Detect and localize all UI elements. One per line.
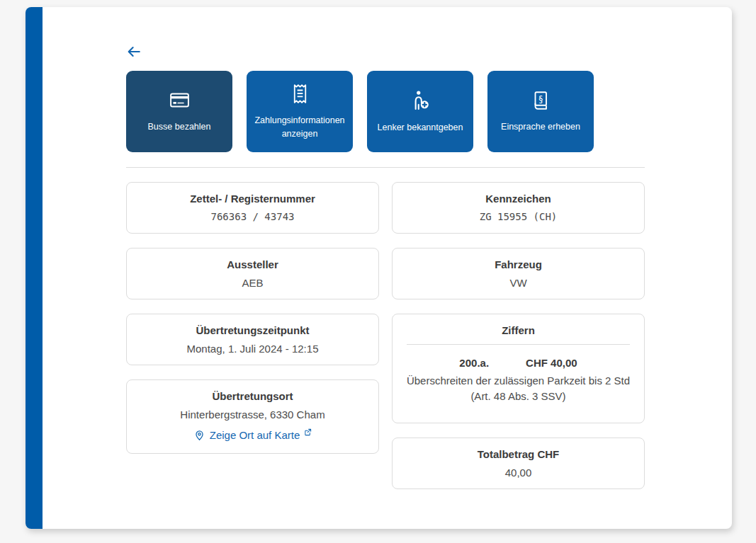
card-ziffern: Ziffern 200.a. CHF 40,00 Überschreiten d…	[392, 314, 645, 423]
card-value: 40,00	[400, 466, 637, 479]
show-on-map-label: Zeige Ort auf Karte	[210, 429, 300, 441]
credit-card-icon	[169, 89, 191, 111]
action-button-busse-bezahlen[interactable]: Busse bezahlen	[126, 71, 232, 152]
ziffern-code: 200.a.	[459, 357, 489, 369]
card-value: VW	[400, 276, 637, 290]
card-value: Hinterbergstrasse, 6330 Cham	[134, 408, 371, 421]
card-title: Ziffern	[400, 324, 637, 337]
ziffern-description-line1: Überschreiten der zulässigen Parkzeit bi…	[400, 373, 637, 389]
card-title: Übertretungszeitpunkt	[134, 324, 371, 337]
action-button-label: Lenker bekanntgeben	[378, 121, 463, 134]
left-accent-bar	[26, 7, 43, 529]
card-title: Fahrzeug	[400, 258, 637, 271]
content-column: Busse bezahlen Zahlungsinformationen anz…	[126, 44, 645, 489]
person-plus-icon	[409, 88, 432, 112]
action-button-lenker-bekanntgeben[interactable]: Lenker bekanntgeben	[367, 71, 473, 152]
action-button-zahlungsinformationen[interactable]: Zahlungsinformationen anzeigen	[247, 71, 353, 152]
law-book-icon: §	[530, 90, 551, 111]
ziffern-row: 200.a. CHF 40,00	[400, 357, 637, 369]
card-fahrzeug: Fahrzeug VW	[392, 248, 645, 299]
action-button-label: Einsprache erheben	[501, 120, 580, 133]
main-content: Busse bezahlen Zahlungsinformationen anz…	[43, 7, 732, 529]
receipt-icon	[289, 83, 311, 105]
card-value: AEB	[134, 276, 371, 290]
card-uebertretungsort: Übertretungsort Hinterbergstrasse, 6330 …	[126, 379, 379, 454]
card-zettel-registernummer: Zettel- / Registernummer 766363 / 43743	[126, 182, 379, 234]
ziffern-description-line2: (Art. 48 Abs. 3 SSV)	[400, 389, 637, 404]
external-link-icon	[304, 428, 312, 436]
ziffern-divider	[407, 344, 630, 345]
show-on-map-link[interactable]: Zeige Ort auf Karte	[193, 429, 312, 441]
svg-text:§: §	[538, 94, 543, 104]
details-left-column: Zettel- / Registernummer 766363 / 43743 …	[126, 182, 379, 489]
card-title: Kennzeichen	[400, 192, 637, 205]
details-right-column: Kennzeichen ZG 15955 (CH) Fahrzeug VW Zi…	[392, 182, 645, 489]
card-value: ZG 15955 (CH)	[400, 210, 637, 224]
location-pin-icon	[193, 429, 205, 441]
card-value: Montag, 1. Juli 2024 - 12:15	[134, 342, 371, 355]
details-grid: Zettel- / Registernummer 766363 / 43743 …	[126, 182, 645, 489]
card-value: 766363 / 43743	[134, 210, 371, 224]
page: { "nav": { "back_label": "back" }, "acti…	[0, 0, 756, 543]
action-button-label: Zahlungsinformationen anzeigen	[250, 114, 349, 139]
card-aussteller: Aussteller AEB	[126, 248, 379, 299]
back-button[interactable]	[126, 44, 142, 59]
section-divider	[126, 167, 645, 168]
card-title: Übertretungsort	[134, 389, 371, 403]
action-button-label: Busse bezahlen	[148, 120, 211, 133]
ziffern-description: Überschreiten der zulässigen Parkzeit bi…	[400, 373, 637, 404]
back-arrow-icon	[126, 44, 142, 59]
card-kennzeichen: Kennzeichen ZG 15955 (CH)	[392, 182, 645, 234]
app-window: Busse bezahlen Zahlungsinformationen anz…	[26, 7, 732, 529]
card-title: Aussteller	[134, 258, 371, 271]
action-button-einsprache-erheben[interactable]: § Einsprache erheben	[487, 71, 594, 152]
ziffern-amount: CHF 40,00	[526, 357, 577, 369]
card-uebertretungszeitpunkt: Übertretungszeitpunkt Montag, 1. Juli 20…	[126, 314, 379, 365]
card-totalbetrag: Totalbetrag CHF 40,00	[392, 438, 645, 489]
card-title: Totalbetrag CHF	[400, 447, 637, 461]
card-title: Zettel- / Registernummer	[134, 192, 371, 205]
action-buttons-row: Busse bezahlen Zahlungsinformationen anz…	[126, 71, 645, 152]
